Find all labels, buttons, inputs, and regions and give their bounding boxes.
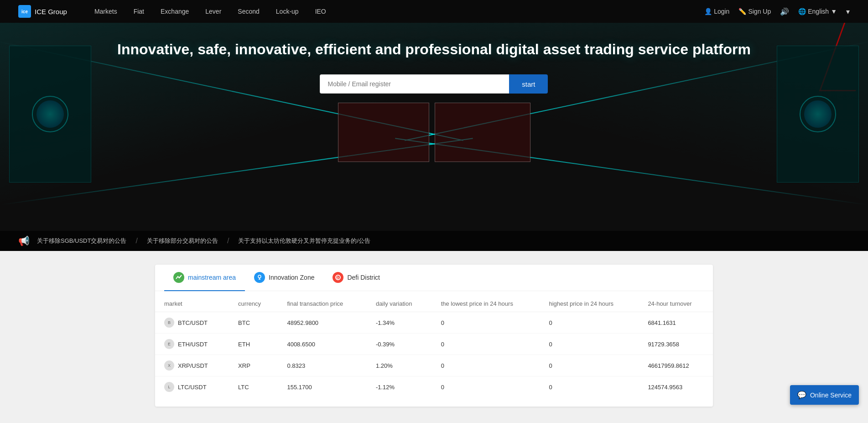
- header-right: 👤 Login ✏️ Sign Up 🔊 🌐 English ▼ ▾: [704, 7, 850, 16]
- svg-point-0: [258, 275, 261, 278]
- cell-variation-2: 1.20%: [367, 355, 432, 376]
- cell-market-2: X XRP/USDT: [155, 355, 229, 376]
- online-service-button[interactable]: 💬 Online Service: [790, 385, 859, 405]
- user-icon: 👤: [704, 8, 712, 15]
- cell-price-2: 0.8323: [278, 355, 366, 376]
- cell-high-0: 0: [540, 312, 639, 334]
- cell-low-3: 0: [432, 376, 540, 398]
- cell-currency-3: LTC: [229, 376, 278, 398]
- nav-markets[interactable]: Markets: [94, 8, 117, 15]
- market-table: market currency final transaction price …: [155, 296, 713, 397]
- cell-low-1: 0: [432, 334, 540, 355]
- edit-icon: ✏️: [738, 8, 746, 15]
- th-variation: daily variation: [367, 296, 432, 312]
- tab-innovation[interactable]: Innovation Zone: [245, 265, 323, 291]
- nav-links: Markets Fiat Exchange Lever Second Lock-…: [94, 8, 704, 15]
- hero-lower: [0, 94, 868, 251]
- table-row[interactable]: X XRP/USDT XRP 0.8323 1.20% 0 0 46617959…: [155, 355, 713, 376]
- th-price: final transaction price: [278, 296, 366, 312]
- hero-panel-left: [338, 103, 429, 162]
- signup-link[interactable]: ✏️ Sign Up: [738, 8, 771, 15]
- nav-fiat[interactable]: Fiat: [134, 8, 144, 15]
- header: ice ICE Group Markets Fiat Exchange Leve…: [0, 0, 868, 23]
- cell-high-1: 0: [540, 334, 639, 355]
- ticker-item-1[interactable]: 关于移除SGB/USDT交易对的公告: [37, 237, 126, 245]
- cell-currency-2: XRP: [229, 355, 278, 376]
- nav-ieo[interactable]: IEO: [315, 8, 326, 15]
- nav-exchange[interactable]: Exchange: [161, 8, 189, 15]
- volume-icon[interactable]: 🔊: [780, 7, 789, 16]
- th-market: market: [155, 296, 229, 312]
- coin-icon-1: E: [164, 339, 174, 349]
- ticker-item-2[interactable]: 关于移除部分交易对的公告: [147, 237, 218, 245]
- register-input[interactable]: [320, 74, 509, 94]
- nav-lever[interactable]: Lever: [205, 8, 221, 15]
- cell-market-3: L LTC/USDT: [155, 376, 229, 398]
- market-tabs: mainstream area Innovation Zone D Defi D…: [155, 265, 713, 291]
- login-link[interactable]: 👤 Login: [704, 8, 729, 15]
- nav-second[interactable]: Second: [238, 8, 259, 15]
- market-card: mainstream area Innovation Zone D Defi D…: [155, 265, 713, 407]
- hero-section: Innovative, safe, innovative, efficient …: [0, 23, 868, 251]
- tab-mainstream[interactable]: mainstream area: [164, 265, 245, 291]
- cell-turnover-1: 91729.3658: [639, 334, 713, 355]
- globe-icon: 🌐: [798, 8, 806, 15]
- announcement-icon: 📢: [18, 235, 30, 246]
- ticker-sep-2: /: [227, 237, 229, 245]
- table-row[interactable]: E ETH/USDT ETH 4008.6500 -0.39% 0 0 9172…: [155, 334, 713, 355]
- ticker-item-3[interactable]: 关于支持以太坊伦敦硬分叉并暂停充提业务的/公告: [238, 237, 370, 245]
- cell-low-2: 0: [432, 355, 540, 376]
- logo-icon: ice: [18, 5, 31, 18]
- th-turnover: 24-hour turnover: [639, 296, 713, 312]
- hero-title: Innovative, safe, innovative, efficient …: [117, 41, 751, 58]
- cell-market-1: E ETH/USDT: [155, 334, 229, 355]
- coin-icon-2: X: [164, 360, 174, 371]
- cell-high-2: 0: [540, 355, 639, 376]
- language-selector[interactable]: 🌐 English ▼: [798, 8, 837, 15]
- cell-low-0: 0: [432, 312, 540, 334]
- mainstream-icon: [173, 272, 184, 283]
- cell-currency-0: BTC: [229, 312, 278, 334]
- hero-panels: [338, 103, 530, 162]
- th-high: highest price in 24 hours: [540, 296, 639, 312]
- coin-icon-3: L: [164, 382, 174, 392]
- cell-turnover-3: 124574.9563: [639, 376, 713, 398]
- th-currency: currency: [229, 296, 278, 312]
- cell-variation-0: -1.34%: [367, 312, 432, 334]
- cell-price-3: 155.1700: [278, 376, 366, 398]
- cell-variation-3: -1.12%: [367, 376, 432, 398]
- cell-market-0: B BTC/USDT: [155, 312, 229, 334]
- cell-price-0: 48952.9800: [278, 312, 366, 334]
- language-arrow: ▼: [831, 8, 837, 15]
- innovation-icon: [254, 272, 265, 283]
- ticker-sep-1: /: [135, 237, 137, 245]
- cell-high-3: 0: [540, 376, 639, 398]
- ticker-bar: 📢 关于移除SGB/USDT交易对的公告 / 关于移除部分交易对的公告 / 关于…: [0, 231, 868, 251]
- cell-price-1: 4008.6500: [278, 334, 366, 355]
- defi-icon: D: [333, 272, 343, 283]
- cell-turnover-0: 6841.1631: [639, 312, 713, 334]
- hero-content: Innovative, safe, innovative, efficient …: [117, 23, 751, 94]
- dropdown-arrow[interactable]: ▾: [846, 7, 850, 16]
- tab-defi[interactable]: D Defi District: [323, 265, 389, 291]
- start-button[interactable]: start: [509, 74, 548, 94]
- main-content: mainstream area Innovation Zone D Defi D…: [0, 251, 868, 423]
- th-low: the lowest price in 24 hours: [432, 296, 540, 312]
- table-row[interactable]: L LTC/USDT LTC 155.1700 -1.12% 0 0 12457…: [155, 376, 713, 398]
- cell-turnover-2: 46617959.8612: [639, 355, 713, 376]
- online-service-label: Online Service: [810, 392, 852, 399]
- cell-variation-1: -0.39%: [367, 334, 432, 355]
- hero-panel-right: [435, 103, 530, 162]
- table-row[interactable]: B BTC/USDT BTC 48952.9800 -1.34% 0 0 684…: [155, 312, 713, 334]
- cell-currency-1: ETH: [229, 334, 278, 355]
- logo-text: ICE Group: [35, 8, 67, 16]
- nav-lockup[interactable]: Lock-up: [276, 8, 299, 15]
- hero-register-form: start: [320, 74, 548, 94]
- svg-text:D: D: [337, 276, 339, 279]
- logo-area[interactable]: ice ICE Group: [18, 5, 67, 18]
- chat-icon: 💬: [797, 391, 806, 399]
- coin-icon-0: B: [164, 318, 174, 328]
